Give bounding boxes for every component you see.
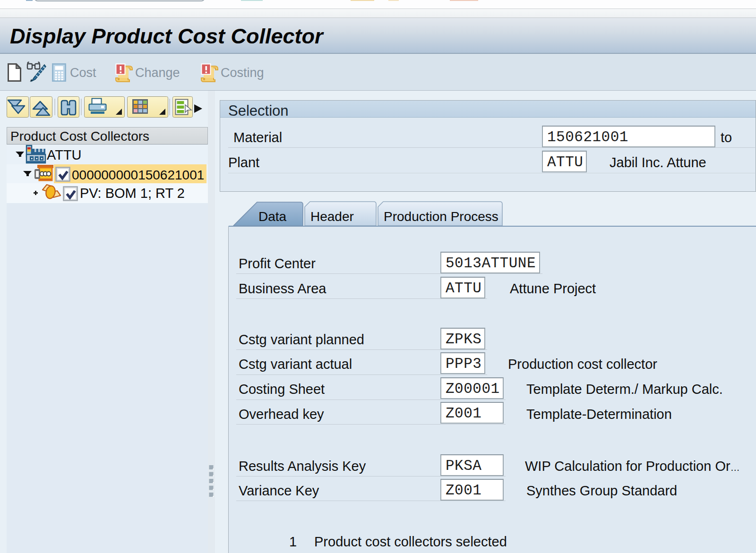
- svg-text:Production Process: Production Process: [384, 209, 498, 224]
- svg-text:Header: Header: [310, 209, 354, 224]
- svg-text:Data: Data: [258, 209, 287, 224]
